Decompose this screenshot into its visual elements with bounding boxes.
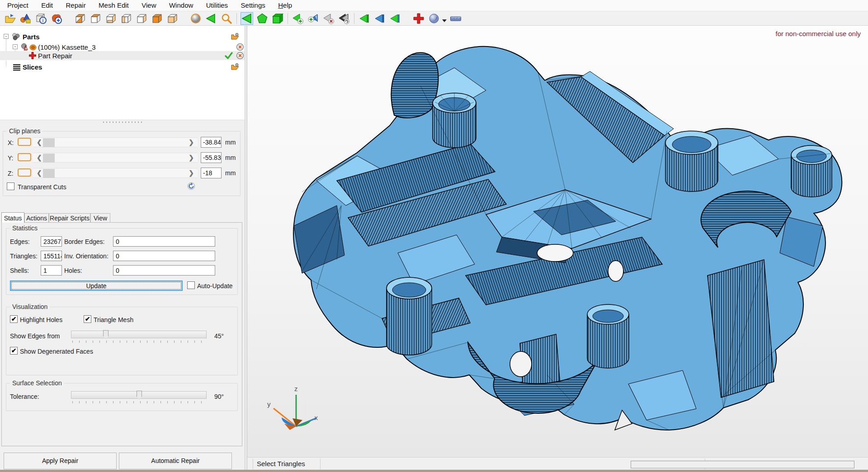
clip-y-toggle[interactable] — [18, 153, 31, 161]
cylinder-boss — [587, 304, 629, 368]
select-triangles-icon[interactable] — [241, 13, 253, 24]
apply-repair-button[interactable]: Apply Repair — [4, 453, 117, 469]
tab-actions[interactable]: Actions — [24, 213, 49, 222]
tree-label-slices[interactable]: Slices — [23, 63, 42, 71]
tree-label-part-repair[interactable]: Part Repair — [38, 52, 72, 60]
select-shells-icon[interactable] — [272, 13, 283, 24]
collapse-icon[interactable]: - — [4, 34, 9, 39]
clip-z-value[interactable]: -18 — [201, 168, 222, 178]
triangle-mesh-checkbox[interactable]: ✔ — [84, 315, 91, 323]
clip-z-toggle[interactable] — [18, 168, 31, 177]
menu-utilities[interactable]: Utilities — [201, 0, 233, 11]
tree-row-parts[interactable]: - Parts — [0, 32, 245, 41]
border-edges-label: Border Edges: — [64, 238, 105, 245]
triangles-label: Triangles: — [10, 252, 38, 260]
clip-x-value[interactable]: -38.84 — [201, 137, 222, 148]
view-right-icon[interactable] — [136, 13, 147, 24]
update-button[interactable]: Update — [10, 280, 183, 291]
sphere-view-options-icon[interactable] — [428, 13, 440, 24]
show-edges-handle[interactable] — [103, 330, 108, 339]
border-edges-value[interactable]: 0 — [113, 236, 215, 247]
clip-z-handle[interactable] — [43, 169, 55, 178]
viewport-3d[interactable]: for non-commercial use only — [247, 26, 868, 457]
select-surfaces-icon[interactable] — [256, 13, 268, 24]
part-repair-icon[interactable] — [413, 13, 425, 24]
transparent-cuts-checkbox[interactable] — [7, 182, 14, 190]
show-degenerated-checkbox[interactable]: ✔ — [10, 347, 18, 355]
add-plane-selection-icon[interactable] — [307, 13, 319, 24]
show-edges-value: 45° — [214, 332, 224, 340]
view-top-icon[interactable] — [151, 13, 163, 24]
folder-repair-icon[interactable] — [231, 63, 239, 71]
tab-repair-scripts[interactable]: Repair Scripts — [49, 213, 90, 222]
new-part-repair-icon[interactable] — [51, 13, 62, 24]
menu-view[interactable]: View — [136, 0, 161, 11]
sphere-options-caret-icon[interactable] — [442, 19, 447, 22]
view-bottom-icon[interactable] — [166, 13, 178, 24]
clip-y-slider[interactable]: ❮ ❯ — [33, 153, 198, 163]
expand-selection-icon[interactable] — [359, 13, 370, 24]
expand-selection-blue-icon[interactable] — [374, 13, 386, 24]
holes-label: Holes: — [64, 267, 82, 274]
tolerance-handle[interactable] — [137, 391, 142, 399]
menu-mesh-edit[interactable]: Mesh Edit — [93, 0, 134, 11]
holes-value[interactable]: 0 — [113, 265, 215, 276]
tab-status[interactable]: Status — [1, 212, 24, 223]
automatic-repair-button[interactable]: Automatic Repair — [119, 453, 232, 469]
tree-label-kassette[interactable]: (100%) Kassette_3 — [38, 43, 96, 51]
view-left-icon[interactable] — [120, 13, 132, 24]
clip-y-handle[interactable] — [43, 154, 55, 163]
menu-edit[interactable]: Edit — [36, 0, 58, 11]
clip-z-unit: mm — [225, 169, 236, 177]
tab-view[interactable]: View — [90, 213, 110, 222]
remove-part-icon[interactable] — [236, 43, 244, 51]
cancel-repair-icon[interactable] — [236, 51, 244, 60]
menu-window[interactable]: Window — [164, 0, 198, 11]
tolerance-slider[interactable] — [71, 391, 207, 399]
part-information-icon[interactable]: i — [35, 13, 47, 24]
shaded-view-icon[interactable] — [190, 13, 202, 24]
menu-project[interactable]: Project — [2, 0, 34, 11]
clip-x-handle[interactable] — [43, 138, 55, 147]
zoom-to-part-icon[interactable] — [221, 13, 232, 24]
clip-planes-group: Clip planes X: ❮ ❯ -38.84 mm Y: ❮ ❯ -55.… — [3, 131, 241, 196]
tree-row-slices[interactable]: Slices — [0, 62, 245, 71]
panel-splitter[interactable] — [103, 122, 142, 123]
model-kassette-mesh[interactable] — [247, 26, 868, 457]
menu-settings[interactable]: Settings — [236, 0, 271, 11]
open-part-icon[interactable] — [5, 13, 16, 24]
show-edges-slider[interactable] — [71, 331, 207, 338]
tree-row-part-repair[interactable]: Part Repair — [0, 51, 245, 60]
triangles-value[interactable]: 155114 — [41, 251, 62, 261]
clip-y-value[interactable]: -55.83 — [201, 152, 222, 163]
culling-view-icon[interactable] — [205, 13, 217, 24]
shells-value[interactable]: 1 — [41, 265, 62, 276]
tree-label-parts[interactable]: Parts — [23, 33, 40, 41]
remove-selection-icon[interactable] — [323, 13, 335, 24]
view-back-icon[interactable] — [105, 13, 117, 24]
collapse-icon[interactable]: - — [13, 44, 18, 49]
measurement-icon[interactable] — [450, 13, 462, 24]
view-isometric-icon[interactable] — [74, 13, 86, 24]
reset-clip-planes-icon[interactable] — [187, 182, 195, 190]
inv-orientation-value[interactable]: 0 — [113, 251, 215, 261]
menu-repair[interactable]: Repair — [60, 0, 91, 11]
clip-x-toggle[interactable] — [18, 138, 31, 146]
clip-z-slider[interactable]: ❮ ❯ — [33, 168, 198, 178]
folder-repair-icon[interactable] — [231, 33, 239, 41]
invert-selection-icon[interactable] — [338, 13, 350, 24]
window-bottom-edge — [0, 470, 868, 472]
create-primitive-icon[interactable] — [20, 13, 32, 24]
edges-value[interactable]: 232671 — [41, 236, 62, 247]
add-triangle-selection-icon[interactable] — [292, 13, 304, 24]
tree-row-kassette[interactable]: - ! (100%) Kassette_3 — [0, 42, 245, 51]
clip-plane-z-row: Z: ❮ ❯ -18 mm — [8, 168, 236, 179]
swap-selection-icon[interactable] — [389, 13, 401, 24]
auto-update-checkbox[interactable] — [187, 281, 195, 289]
apply-check-icon[interactable] — [225, 51, 233, 60]
clip-x-slider[interactable]: ❮ ❯ — [33, 137, 198, 147]
progress-bar — [631, 461, 854, 468]
menu-help[interactable]: Help — [273, 0, 297, 11]
view-front-icon[interactable] — [90, 13, 101, 24]
highlight-holes-checkbox[interactable]: ✔ — [10, 315, 18, 323]
